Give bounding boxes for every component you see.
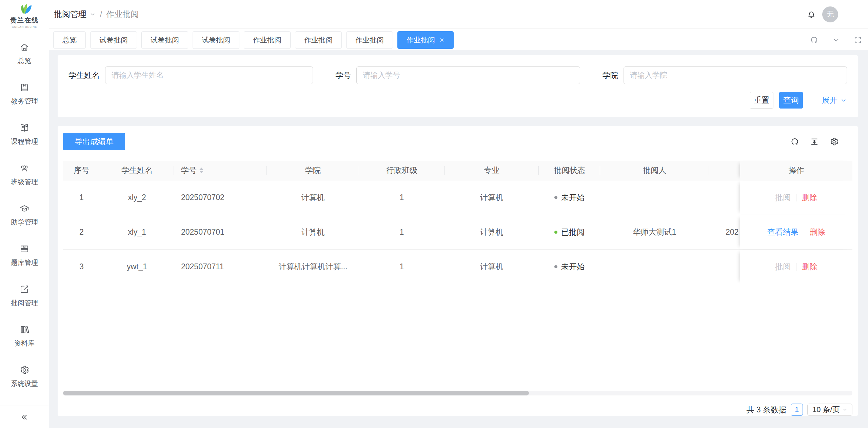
content: 学生姓名 学号 学院 重置 查询 展开 (49, 50, 868, 428)
field-label: 学号 (335, 70, 351, 81)
column-header-major: 专业 (445, 161, 539, 180)
delete-action[interactable]: 删除 (802, 261, 817, 272)
tab-overview[interactable]: 总览 (53, 31, 86, 49)
sidebar-item-tutoring[interactable]: 助学管理 (0, 195, 49, 235)
app: 贵兰在线 GUILAN ONLINE 总览 教务管理 课程管理 (0, 0, 868, 428)
table-row: 2 xly_1 2025070701 计算机 1 计算机 已批阅 华师大测试1 … (63, 215, 852, 250)
refresh-icon[interactable] (790, 137, 800, 147)
sidebar-item-settings[interactable]: 系统设置 (0, 356, 49, 397)
topbar: 批阅管理 / 作业批阅 无 (49, 0, 868, 29)
sidebar-collapse-button[interactable] (0, 406, 49, 428)
sidebar-nav: 总览 教务管理 课程管理 班级管理 (0, 29, 49, 406)
tab-homework-review-2[interactable]: 作业批阅 (295, 31, 342, 49)
row-height-icon[interactable] (810, 137, 819, 147)
cell-student-name: xly_1 (100, 215, 174, 249)
sidebar-item-courses[interactable]: 课程管理 (0, 114, 49, 155)
library-icon (19, 325, 29, 335)
brand-logo-icon (17, 3, 32, 16)
status-dot (554, 265, 557, 268)
sort-carets-icon[interactable] (199, 168, 203, 173)
action-divider (796, 194, 796, 201)
filter-panel: 学生姓名 学号 学院 重置 查询 展开 (58, 55, 858, 117)
sidebar-item-label: 课程管理 (11, 137, 38, 146)
table-toolbar-icons (790, 137, 852, 147)
tab-close-icon[interactable] (439, 37, 445, 43)
tab-homework-review-active[interactable]: 作业批阅 (397, 31, 454, 49)
filter-field-student-id: 学号 (335, 66, 580, 84)
tab-exam-review-3[interactable]: 试卷批阅 (193, 31, 239, 49)
column-header-status: 批阅状态 (539, 161, 600, 180)
college-input[interactable] (624, 66, 847, 84)
delete-action[interactable]: 删除 (810, 227, 825, 237)
sidebar-item-academic[interactable]: 教务管理 (0, 74, 49, 114)
review-action[interactable]: 批阅 (775, 261, 791, 272)
avatar[interactable]: 无 (822, 6, 838, 22)
page-size-select[interactable]: 10 条/页 (807, 404, 852, 416)
sidebar-item-classes[interactable]: 班级管理 (0, 155, 49, 195)
column-header-no: 序号 (63, 161, 100, 180)
breadcrumb: 批阅管理 / 作业批阅 (54, 9, 139, 20)
pagination-page-1[interactable]: 1 (791, 404, 803, 416)
cell-reviewer (600, 180, 709, 215)
tab-exam-review-1[interactable]: 试卷批阅 (90, 31, 137, 49)
field-label: 学生姓名 (68, 70, 100, 81)
brand-logo: 贵兰在线 GUILAN ONLINE (0, 0, 49, 29)
collapse-double-chevron-left-icon (20, 413, 29, 422)
pagination-total: 共 3 条数据 (746, 405, 786, 415)
status-dot (554, 196, 557, 199)
home-icon (19, 42, 29, 52)
tab-homework-review-3[interactable]: 作业批阅 (346, 31, 393, 49)
cell-student-id: 2025070711 (174, 250, 267, 284)
pagination: 共 3 条数据 1 10 条/页 (63, 404, 852, 416)
sidebar-item-overview[interactable]: 总览 (0, 34, 49, 74)
graduation-cap-icon (19, 203, 29, 214)
cell-actions: 批阅 删除 (740, 180, 852, 215)
column-header-actions: 操作 (740, 161, 852, 180)
column-header-reviewer: 批阅人 (600, 161, 709, 180)
cell-clipped: 202 (709, 215, 740, 249)
table-toolbar: 导出成绩单 (63, 133, 852, 150)
column-header-clipped (709, 161, 740, 180)
cell-college: 计算机 (267, 215, 359, 249)
column-header-student-name: 学生姓名 (100, 161, 174, 180)
tabbar-controls (803, 31, 868, 49)
cell-major: 计算机 (445, 180, 539, 215)
export-grades-button[interactable]: 导出成绩单 (63, 133, 125, 150)
sidebar-item-review[interactable]: 批阅管理 (0, 276, 49, 316)
tab-exam-review-2[interactable]: 试卷批阅 (141, 31, 188, 49)
breadcrumb-parent[interactable]: 批阅管理 (54, 9, 96, 20)
breadcrumb-separator: / (100, 10, 102, 19)
student-name-input[interactable] (105, 66, 313, 84)
expand-toggle[interactable]: 展开 (822, 95, 847, 105)
review-action[interactable]: 批阅 (775, 192, 791, 203)
chevron-down-icon[interactable] (825, 34, 847, 46)
chevron-down-icon (840, 97, 847, 104)
cell-no: 2 (63, 215, 100, 249)
horizontal-scrollbar-thumb[interactable] (63, 391, 529, 395)
filter-field-student-name: 学生姓名 (68, 66, 313, 84)
reset-button[interactable]: 重置 (750, 92, 773, 109)
sidebar-item-library[interactable]: 资料库 (0, 316, 49, 356)
edit-square-icon (19, 284, 29, 294)
bell-icon[interactable] (807, 9, 816, 19)
cell-no: 3 (63, 250, 100, 284)
gear-icon (19, 365, 29, 375)
search-button[interactable]: 查询 (779, 92, 803, 109)
refresh-icon[interactable] (803, 34, 825, 46)
sidebar-item-question-bank[interactable]: 题库管理 (0, 235, 49, 276)
sidebar-item-label: 资料库 (14, 339, 35, 348)
question-bank-icon (19, 244, 29, 254)
cell-status: 已批阅 (539, 215, 600, 249)
column-header-class: 行政班级 (359, 161, 445, 180)
view-result-action[interactable]: 查看结果 (767, 227, 798, 237)
chevron-down-icon (89, 11, 96, 18)
column-settings-gear-icon[interactable] (829, 137, 839, 147)
student-id-input[interactable] (356, 66, 580, 84)
sidebar-item-label: 总览 (18, 56, 31, 65)
tab-homework-review-1[interactable]: 作业批阅 (244, 31, 291, 49)
fullscreen-icon[interactable] (847, 34, 868, 46)
delete-action[interactable]: 删除 (802, 192, 817, 203)
cell-class: 1 (359, 250, 445, 284)
cell-reviewer (600, 250, 709, 284)
table-row: 1 xly_2 2025070702 计算机 1 计算机 未开始 批阅 (63, 180, 852, 215)
